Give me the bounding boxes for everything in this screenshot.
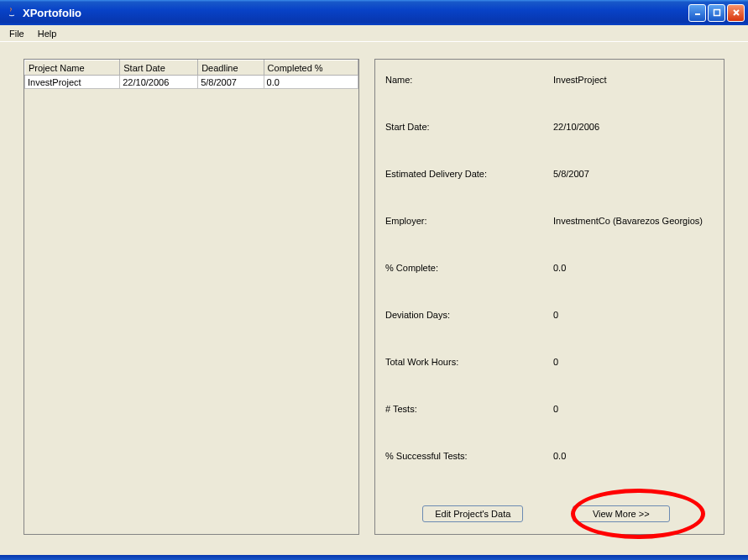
- label-pct-complete: % Complete:: [385, 263, 553, 273]
- close-button[interactable]: [727, 4, 745, 22]
- maximize-button[interactable]: [708, 4, 725, 22]
- value-deviation-days: 0: [553, 310, 707, 320]
- content-area: Project Name Start Date Deadline Complet…: [0, 42, 748, 560]
- table-row[interactable]: InvestProject 22/10/2006 5/8/2007 0.0: [25, 76, 358, 89]
- col-completed-pct[interactable]: Completed %: [264, 60, 358, 76]
- menu-file[interactable]: File: [3, 27, 30, 40]
- window-title: XPortofolio: [23, 7, 688, 19]
- label-name: Name:: [385, 75, 553, 85]
- value-est-delivery: 5/8/2007: [553, 169, 707, 179]
- cell-deadline: 5/8/2007: [198, 76, 264, 89]
- col-deadline[interactable]: Deadline: [198, 60, 264, 76]
- value-employer: InvestmentCo (Bavarezos Georgios): [553, 216, 707, 226]
- window-controls: [688, 4, 745, 22]
- edit-project-button[interactable]: Edit Project's Data: [422, 505, 523, 522]
- project-details-panel: Name: InvestProject Start Date: 22/10/20…: [374, 59, 724, 535]
- value-start-date: 22/10/2006: [553, 122, 707, 132]
- view-more-button[interactable]: View More >>: [573, 505, 670, 522]
- label-deviation-days: Deviation Days:: [385, 310, 553, 320]
- cell-project-name: InvestProject: [25, 76, 120, 89]
- label-total-work-hours: Total Work Hours:: [385, 357, 553, 367]
- cell-start-date: 22/10/2006: [120, 76, 198, 89]
- label-start-date: Start Date:: [385, 122, 553, 132]
- java-icon: [5, 6, 18, 19]
- window-bottom-border: [0, 555, 748, 560]
- label-employer: Employer:: [385, 216, 553, 226]
- col-project-name[interactable]: Project Name: [25, 60, 120, 76]
- value-pct-successful-tests: 0.0: [553, 451, 707, 461]
- project-list-panel: Project Name Start Date Deadline Complet…: [24, 59, 359, 535]
- cell-completed-pct: 0.0: [264, 76, 358, 89]
- label-est-delivery: Estimated Delivery Date:: [385, 169, 553, 179]
- menubar: File Help: [0, 25, 748, 42]
- value-num-tests: 0: [553, 404, 707, 414]
- label-pct-successful-tests: % Successful Tests:: [385, 451, 553, 461]
- value-name: InvestProject: [553, 75, 707, 85]
- label-num-tests: # Tests:: [385, 404, 553, 414]
- menu-help[interactable]: Help: [32, 27, 63, 40]
- button-row: Edit Project's Data View More >>: [385, 505, 707, 522]
- project-table[interactable]: Project Name Start Date Deadline Complet…: [24, 60, 358, 89]
- svg-rect-1: [714, 10, 719, 16]
- value-total-work-hours: 0: [553, 357, 707, 367]
- col-start-date[interactable]: Start Date: [120, 60, 198, 76]
- value-pct-complete: 0.0: [553, 263, 707, 273]
- minimize-button[interactable]: [688, 4, 706, 22]
- details-grid: Name: InvestProject Start Date: 22/10/20…: [385, 75, 707, 500]
- window-titlebar: XPortofolio: [0, 0, 748, 25]
